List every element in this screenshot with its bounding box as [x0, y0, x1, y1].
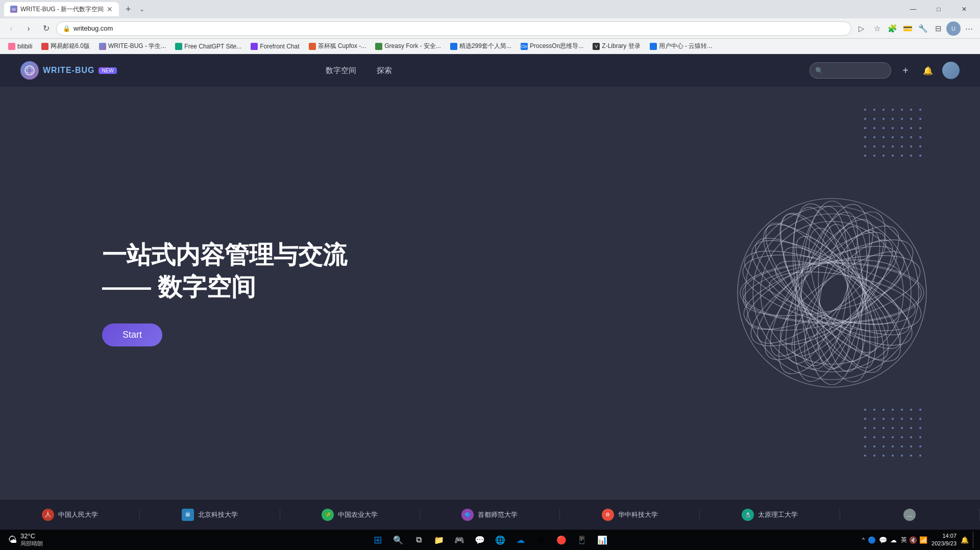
bookmark-writebug[interactable]: WRITE-BUG - 学生... — [95, 40, 170, 53]
start-button[interactable]: Start — [102, 323, 162, 346]
bookmark-chatgpt[interactable]: Free ChatGPT Site... — [171, 40, 246, 53]
uni-renmin[interactable]: 人 中国人民大学 — [0, 509, 140, 521]
cast-icon[interactable]: ▷ — [854, 21, 869, 36]
onedrive-button[interactable]: ☁ — [511, 531, 530, 549]
start-button[interactable]: ⊞ — [369, 531, 387, 549]
user-avatar[interactable] — [942, 62, 960, 79]
chatgpt-favicon — [175, 43, 182, 50]
extension-icon[interactable]: 🔧 — [916, 21, 930, 36]
browser-chrome: W WRITE-BUG - 新一代数字空间 ✕ + ⌄ — □ ✕ ‹ › ↻ … — [0, 0, 980, 54]
bookmark-greasyfork[interactable]: Greasy Fork - 安全... — [371, 40, 445, 53]
app9-button[interactable]: 🔴 — [552, 531, 571, 549]
bookmark-cupfox[interactable]: 茶杯狐 Cupfox -... — [305, 40, 371, 53]
show-desktop-button[interactable] — [973, 532, 976, 548]
extension-puzzle-icon[interactable]: 🧩 — [885, 21, 899, 36]
uni-capital-normal[interactable]: 🔷 首都师范大学 — [420, 509, 560, 521]
decorative-dot — [892, 418, 894, 420]
svg-point-19 — [761, 221, 903, 364]
tray-icon-2[interactable]: 💬 — [879, 536, 887, 544]
decorative-dot — [883, 109, 885, 111]
volume-icon[interactable]: 🔇 — [909, 536, 917, 544]
writebug-favicon — [99, 43, 106, 50]
tray-icon-3[interactable]: ☁ — [890, 536, 897, 544]
system-icons: 英 🔇 📶 — [901, 536, 927, 544]
bookmark-processon[interactable]: On ProcessOn思维导... — [517, 40, 587, 53]
decorative-dot — [864, 418, 866, 420]
tab-close-button[interactable]: ✕ — [107, 5, 113, 13]
uni-hust[interactable]: ⚙ 华中科技大学 — [560, 509, 700, 521]
tray-icon-1[interactable]: 🔵 — [868, 536, 876, 544]
taskbar-right: ^ 🔵 💬 ☁ 英 🔇 📶 14:07 2023/9/23 🔔 — [862, 532, 976, 548]
notification-bell-icon[interactable]: 🔔 — [920, 62, 936, 79]
uni-capital-normal-icon: 🔷 — [461, 509, 474, 521]
task-view-button[interactable]: ⧉ — [409, 531, 428, 549]
bookmark-resume[interactable]: 精选299套个人简... — [446, 40, 516, 53]
wechat-button[interactable]: 💬 — [471, 531, 489, 549]
app8-button[interactable]: ⚙ — [532, 531, 550, 549]
weather-desc: 局部晴朗 — [20, 540, 43, 547]
app4-button[interactable]: 🎮 — [450, 531, 469, 549]
uni-agricultural[interactable]: 🌾 中国农业大学 — [280, 509, 420, 521]
uni-more-icon: ... — [903, 509, 916, 521]
decorative-dot — [919, 418, 921, 420]
decorative-dot — [883, 436, 885, 438]
weather-info: 32°C 局部晴朗 — [20, 532, 43, 547]
uni-more[interactable]: ... — [840, 509, 980, 521]
add-button[interactable]: + — [897, 62, 914, 79]
decorative-dot — [873, 118, 875, 120]
ime-label[interactable]: 英 — [901, 536, 907, 544]
close-button[interactable]: ✕ — [952, 0, 976, 18]
decorative-dot — [892, 445, 894, 447]
decorative-dot — [892, 136, 894, 138]
new-tab-button[interactable]: + — [121, 2, 135, 16]
decorative-dot — [883, 445, 885, 447]
decorative-dot — [873, 109, 875, 111]
refresh-button[interactable]: ↻ — [39, 21, 53, 36]
minimize-button[interactable]: — — [901, 0, 925, 18]
decorative-dot — [892, 145, 894, 147]
notification-icon[interactable]: 🔔 — [961, 536, 969, 544]
decorative-dot — [883, 455, 885, 457]
bookmark-bilibili[interactable]: bilibili — [4, 40, 36, 53]
excel-button[interactable]: 📊 — [593, 531, 611, 549]
active-tab[interactable]: W WRITE-BUG - 新一代数字空间 ✕ — [4, 2, 119, 16]
chrome-button[interactable]: 🌐 — [491, 531, 509, 549]
university-bar: 人 中国人民大学 🏛 北京科技大学 🌾 中国农业大学 🔷 首都师范大学 ⚙ 华中… — [0, 499, 980, 530]
file-explorer-button[interactable]: 📁 — [430, 531, 448, 549]
bookmark-yuntech[interactable]: 用户中心 - 云猿转... — [646, 40, 717, 53]
toolbar-actions: ▷ ☆ 🧩 💳 🔧 ⊟ U ⋯ — [854, 21, 976, 36]
profile-avatar[interactable]: U — [946, 21, 961, 36]
clock-area[interactable]: 14:07 2023/9/23 — [932, 532, 957, 548]
search-input[interactable] — [826, 67, 886, 74]
decorative-dot — [892, 455, 894, 457]
uni-taiyuan-label: 太原理工大学 — [758, 510, 798, 519]
nav-explore[interactable]: 探索 — [377, 66, 392, 76]
nav-digital-space[interactable]: 数字空间 — [326, 66, 356, 76]
forward-button[interactable]: › — [21, 21, 36, 36]
address-bar[interactable]: 🔒 writebug.com — [56, 21, 851, 36]
network-icon[interactable]: 📶 — [919, 536, 927, 544]
svg-point-2 — [25, 68, 34, 73]
sidebar-icon[interactable]: ⊟ — [931, 21, 945, 36]
maximize-button[interactable]: □ — [927, 0, 950, 18]
uni-beijing-tech[interactable]: 🏛 北京科技大学 — [140, 509, 280, 521]
search-bar[interactable]: 🔍 — [810, 62, 891, 79]
decorative-dot — [910, 418, 912, 420]
bookmark-netease[interactable]: 网易邮箱6.0版 — [37, 40, 94, 53]
tab-overflow-button[interactable]: ⌄ — [139, 6, 144, 13]
back-button[interactable]: ‹ — [4, 21, 18, 36]
search-button[interactable]: 🔍 — [389, 531, 407, 549]
bookmark-zlibrary[interactable]: V Z-Library 登录 — [589, 40, 644, 53]
edge-wallet-icon[interactable]: 💳 — [900, 21, 915, 36]
page-wrapper: WRITE-BUG NEW 数字空间 探索 🔍 + 🔔 — [0, 54, 980, 550]
settings-dots-icon[interactable]: ⋯ — [962, 21, 976, 36]
decorative-dot — [864, 136, 866, 138]
uni-taiyuan[interactable]: 🔬 太原理工大学 — [700, 509, 840, 521]
phone-button[interactable]: 📱 — [573, 531, 591, 549]
decorative-dot — [864, 445, 866, 447]
decorative-dot — [901, 409, 903, 411]
bookmark-star-icon[interactable]: ☆ — [870, 21, 884, 36]
tray-up-arrow[interactable]: ^ — [862, 537, 865, 543]
decorative-dot — [873, 445, 875, 447]
bookmark-forefront[interactable]: Forefront Chat — [247, 40, 303, 53]
